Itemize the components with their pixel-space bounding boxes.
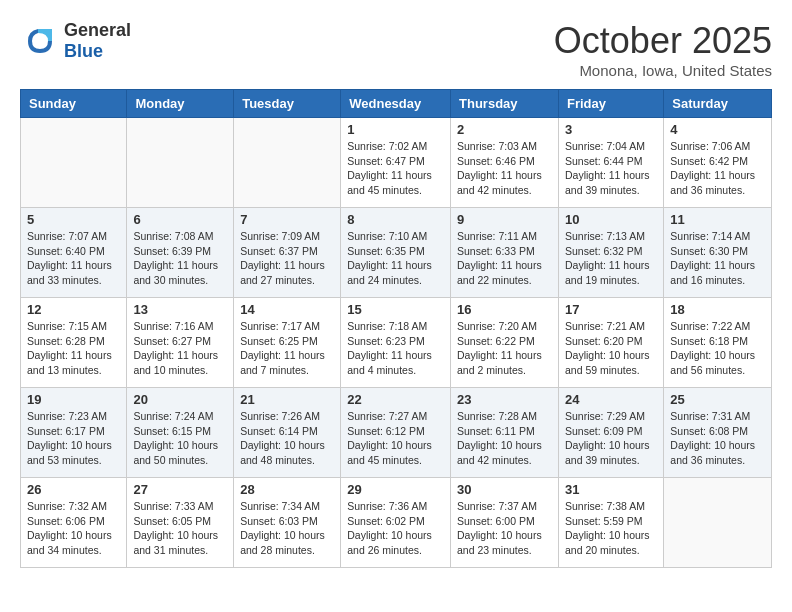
logo-icon: [20, 21, 60, 61]
calendar-cell: 20Sunrise: 7:24 AM Sunset: 6:15 PM Dayli…: [127, 388, 234, 478]
day-number: 8: [347, 212, 444, 227]
day-content: Sunrise: 7:36 AM Sunset: 6:02 PM Dayligh…: [347, 499, 444, 558]
day-number: 29: [347, 482, 444, 497]
page-header: General Blue October 2025 Monona, Iowa, …: [20, 20, 772, 79]
day-content: Sunrise: 7:14 AM Sunset: 6:30 PM Dayligh…: [670, 229, 765, 288]
day-content: Sunrise: 7:21 AM Sunset: 6:20 PM Dayligh…: [565, 319, 657, 378]
calendar-week-row: 12Sunrise: 7:15 AM Sunset: 6:28 PM Dayli…: [21, 298, 772, 388]
calendar-header-friday: Friday: [558, 90, 663, 118]
calendar-cell: 25Sunrise: 7:31 AM Sunset: 6:08 PM Dayli…: [664, 388, 772, 478]
calendar-cell: 12Sunrise: 7:15 AM Sunset: 6:28 PM Dayli…: [21, 298, 127, 388]
day-number: 7: [240, 212, 334, 227]
calendar-cell: 30Sunrise: 7:37 AM Sunset: 6:00 PM Dayli…: [451, 478, 559, 568]
day-content: Sunrise: 7:34 AM Sunset: 6:03 PM Dayligh…: [240, 499, 334, 558]
day-content: Sunrise: 7:15 AM Sunset: 6:28 PM Dayligh…: [27, 319, 120, 378]
calendar-cell: 15Sunrise: 7:18 AM Sunset: 6:23 PM Dayli…: [341, 298, 451, 388]
calendar-cell: 13Sunrise: 7:16 AM Sunset: 6:27 PM Dayli…: [127, 298, 234, 388]
calendar-header-saturday: Saturday: [664, 90, 772, 118]
calendar-table: SundayMondayTuesdayWednesdayThursdayFrid…: [20, 89, 772, 568]
day-number: 15: [347, 302, 444, 317]
day-number: 28: [240, 482, 334, 497]
day-number: 16: [457, 302, 552, 317]
day-content: Sunrise: 7:06 AM Sunset: 6:42 PM Dayligh…: [670, 139, 765, 198]
calendar-cell: 27Sunrise: 7:33 AM Sunset: 6:05 PM Dayli…: [127, 478, 234, 568]
calendar-cell: 5Sunrise: 7:07 AM Sunset: 6:40 PM Daylig…: [21, 208, 127, 298]
day-number: 11: [670, 212, 765, 227]
calendar-week-row: 1Sunrise: 7:02 AM Sunset: 6:47 PM Daylig…: [21, 118, 772, 208]
day-content: Sunrise: 7:02 AM Sunset: 6:47 PM Dayligh…: [347, 139, 444, 198]
day-content: Sunrise: 7:04 AM Sunset: 6:44 PM Dayligh…: [565, 139, 657, 198]
calendar-header-thursday: Thursday: [451, 90, 559, 118]
day-number: 27: [133, 482, 227, 497]
calendar-cell: 7Sunrise: 7:09 AM Sunset: 6:37 PM Daylig…: [234, 208, 341, 298]
logo-text: General Blue: [64, 20, 131, 62]
calendar-header-tuesday: Tuesday: [234, 90, 341, 118]
day-number: 26: [27, 482, 120, 497]
day-number: 30: [457, 482, 552, 497]
calendar-cell: [234, 118, 341, 208]
calendar-week-row: 19Sunrise: 7:23 AM Sunset: 6:17 PM Dayli…: [21, 388, 772, 478]
day-number: 20: [133, 392, 227, 407]
calendar-cell: [664, 478, 772, 568]
calendar-cell: 10Sunrise: 7:13 AM Sunset: 6:32 PM Dayli…: [558, 208, 663, 298]
calendar-cell: 4Sunrise: 7:06 AM Sunset: 6:42 PM Daylig…: [664, 118, 772, 208]
day-number: 6: [133, 212, 227, 227]
calendar-cell: 23Sunrise: 7:28 AM Sunset: 6:11 PM Dayli…: [451, 388, 559, 478]
day-number: 24: [565, 392, 657, 407]
day-number: 22: [347, 392, 444, 407]
day-content: Sunrise: 7:13 AM Sunset: 6:32 PM Dayligh…: [565, 229, 657, 288]
calendar-cell: 28Sunrise: 7:34 AM Sunset: 6:03 PM Dayli…: [234, 478, 341, 568]
day-content: Sunrise: 7:29 AM Sunset: 6:09 PM Dayligh…: [565, 409, 657, 468]
day-number: 3: [565, 122, 657, 137]
logo-blue-text: Blue: [64, 41, 131, 62]
day-content: Sunrise: 7:16 AM Sunset: 6:27 PM Dayligh…: [133, 319, 227, 378]
calendar-cell: 19Sunrise: 7:23 AM Sunset: 6:17 PM Dayli…: [21, 388, 127, 478]
day-number: 5: [27, 212, 120, 227]
day-number: 19: [27, 392, 120, 407]
svg-rect-0: [20, 21, 60, 61]
day-content: Sunrise: 7:31 AM Sunset: 6:08 PM Dayligh…: [670, 409, 765, 468]
day-number: 17: [565, 302, 657, 317]
day-number: 31: [565, 482, 657, 497]
day-content: Sunrise: 7:33 AM Sunset: 6:05 PM Dayligh…: [133, 499, 227, 558]
calendar-cell: 14Sunrise: 7:17 AM Sunset: 6:25 PM Dayli…: [234, 298, 341, 388]
day-content: Sunrise: 7:20 AM Sunset: 6:22 PM Dayligh…: [457, 319, 552, 378]
calendar-cell: [127, 118, 234, 208]
day-number: 9: [457, 212, 552, 227]
day-content: Sunrise: 7:17 AM Sunset: 6:25 PM Dayligh…: [240, 319, 334, 378]
day-number: 25: [670, 392, 765, 407]
calendar-cell: 9Sunrise: 7:11 AM Sunset: 6:33 PM Daylig…: [451, 208, 559, 298]
day-content: Sunrise: 7:23 AM Sunset: 6:17 PM Dayligh…: [27, 409, 120, 468]
day-content: Sunrise: 7:08 AM Sunset: 6:39 PM Dayligh…: [133, 229, 227, 288]
day-number: 2: [457, 122, 552, 137]
day-content: Sunrise: 7:11 AM Sunset: 6:33 PM Dayligh…: [457, 229, 552, 288]
calendar-cell: 6Sunrise: 7:08 AM Sunset: 6:39 PM Daylig…: [127, 208, 234, 298]
day-content: Sunrise: 7:10 AM Sunset: 6:35 PM Dayligh…: [347, 229, 444, 288]
day-number: 13: [133, 302, 227, 317]
calendar-cell: 31Sunrise: 7:38 AM Sunset: 5:59 PM Dayli…: [558, 478, 663, 568]
calendar-cell: 18Sunrise: 7:22 AM Sunset: 6:18 PM Dayli…: [664, 298, 772, 388]
calendar-cell: 8Sunrise: 7:10 AM Sunset: 6:35 PM Daylig…: [341, 208, 451, 298]
calendar-cell: 22Sunrise: 7:27 AM Sunset: 6:12 PM Dayli…: [341, 388, 451, 478]
calendar-header-sunday: Sunday: [21, 90, 127, 118]
day-content: Sunrise: 7:24 AM Sunset: 6:15 PM Dayligh…: [133, 409, 227, 468]
calendar-cell: 11Sunrise: 7:14 AM Sunset: 6:30 PM Dayli…: [664, 208, 772, 298]
day-number: 18: [670, 302, 765, 317]
calendar-cell: 21Sunrise: 7:26 AM Sunset: 6:14 PM Dayli…: [234, 388, 341, 478]
day-content: Sunrise: 7:26 AM Sunset: 6:14 PM Dayligh…: [240, 409, 334, 468]
calendar-week-row: 26Sunrise: 7:32 AM Sunset: 6:06 PM Dayli…: [21, 478, 772, 568]
calendar-cell: 24Sunrise: 7:29 AM Sunset: 6:09 PM Dayli…: [558, 388, 663, 478]
calendar-cell: 16Sunrise: 7:20 AM Sunset: 6:22 PM Dayli…: [451, 298, 559, 388]
calendar-header-row: SundayMondayTuesdayWednesdayThursdayFrid…: [21, 90, 772, 118]
day-content: Sunrise: 7:32 AM Sunset: 6:06 PM Dayligh…: [27, 499, 120, 558]
day-content: Sunrise: 7:07 AM Sunset: 6:40 PM Dayligh…: [27, 229, 120, 288]
calendar-cell: 29Sunrise: 7:36 AM Sunset: 6:02 PM Dayli…: [341, 478, 451, 568]
day-number: 12: [27, 302, 120, 317]
day-number: 21: [240, 392, 334, 407]
calendar-cell: [21, 118, 127, 208]
day-number: 10: [565, 212, 657, 227]
day-content: Sunrise: 7:37 AM Sunset: 6:00 PM Dayligh…: [457, 499, 552, 558]
title-block: October 2025 Monona, Iowa, United States: [554, 20, 772, 79]
day-content: Sunrise: 7:18 AM Sunset: 6:23 PM Dayligh…: [347, 319, 444, 378]
calendar-cell: 3Sunrise: 7:04 AM Sunset: 6:44 PM Daylig…: [558, 118, 663, 208]
